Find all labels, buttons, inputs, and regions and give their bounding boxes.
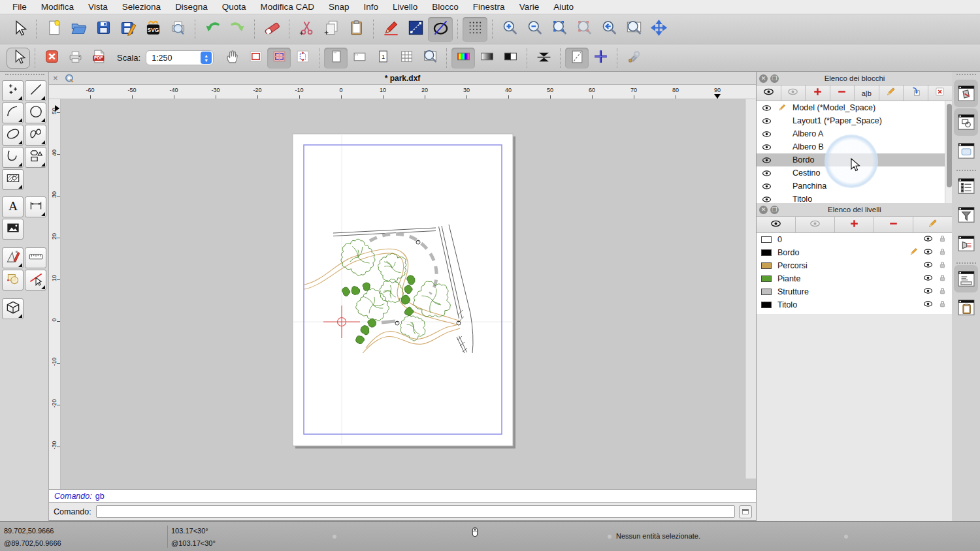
eye-icon[interactable]: [762, 195, 772, 204]
layers-eye-off-button[interactable]: [796, 217, 835, 232]
text-tool-button[interactable]: A: [2, 197, 24, 217]
zoom-previous-button[interactable]: [596, 17, 621, 42]
divide-tool-button[interactable]: [25, 270, 46, 291]
paper-frame-button[interactable]: [244, 48, 267, 69]
menu-varie[interactable]: Varie: [512, 0, 547, 14]
layers-plus-red-button[interactable]: [835, 217, 874, 232]
eye-icon[interactable]: [762, 116, 772, 126]
svg-format-button[interactable]: SVG: [140, 17, 165, 42]
bw-mode-button[interactable]: [498, 48, 522, 69]
page-landscape-button[interactable]: [348, 48, 371, 69]
dock-filter-panel-button[interactable]: [956, 204, 976, 226]
command-input[interactable]: [96, 505, 735, 518]
dock-drag-handle[interactable]: [956, 74, 976, 75]
page-border-button[interactable]: [565, 48, 589, 69]
blocks-eye-button[interactable]: [757, 86, 781, 101]
page-grid-button[interactable]: [395, 48, 418, 69]
layer-row-strutture[interactable]: Strutture: [757, 285, 953, 298]
menu-quota[interactable]: Quota: [215, 0, 253, 14]
line-tool-button[interactable]: [25, 80, 46, 101]
block-row-model-model-space-[interactable]: Model (*Model_Space): [757, 101, 945, 114]
close-drawing-button[interactable]: [40, 48, 63, 69]
ellipse-tool-button[interactable]: [2, 125, 24, 146]
menu-info[interactable]: Info: [357, 0, 386, 14]
layers-pencil-orange-button[interactable]: [913, 217, 953, 232]
menu-seleziona[interactable]: Seleziona: [115, 0, 168, 14]
eye-icon[interactable]: [762, 129, 772, 139]
scale-select[interactable]: 1:250▲▼: [146, 50, 214, 65]
menu-aiuto[interactable]: Aiuto: [546, 0, 581, 14]
menu-disegna[interactable]: Disegna: [168, 0, 215, 14]
lock-icon[interactable]: [938, 299, 947, 311]
block-row-cestino[interactable]: Cestino: [757, 166, 945, 180]
blocks-insert-block-button[interactable]: [904, 86, 928, 101]
vertical-scrollbar[interactable]: [745, 99, 756, 479]
dock-command-panel-button[interactable]: [956, 268, 976, 290]
blocks-minus-red-button[interactable]: [830, 86, 855, 101]
open-folder-button[interactable]: [66, 17, 91, 42]
polyline-tool-button[interactable]: [2, 147, 24, 168]
page-single-button[interactable]: 1: [371, 48, 395, 69]
copy-button[interactable]: [319, 17, 344, 42]
color-mode-button[interactable]: [451, 48, 475, 69]
layers-minus-red-button[interactable]: [874, 217, 913, 232]
compress-button[interactable]: [532, 48, 555, 69]
block-row-bordo[interactable]: Bordo: [757, 153, 945, 166]
dock-projector-panel-button[interactable]: [956, 232, 976, 255]
blocks-plus-red-button[interactable]: [806, 86, 830, 101]
layer-row-percorsi[interactable]: Percorsi: [757, 259, 953, 272]
blocks-ab-button[interactable]: a|b: [855, 86, 879, 101]
menu-snap[interactable]: Snap: [321, 0, 357, 14]
zoom-auto-button[interactable]: [547, 17, 572, 42]
points-tool-button[interactable]: [2, 80, 24, 101]
lock-icon[interactable]: [938, 286, 947, 298]
layer-row-bordo[interactable]: Bordo: [757, 246, 953, 259]
dock-list-panel-button[interactable]: [956, 175, 976, 197]
modify-tool-button[interactable]: [2, 270, 24, 291]
menu-modifica[interactable]: Modifica: [34, 0, 81, 14]
eye-icon[interactable]: [762, 103, 772, 113]
menu-vista[interactable]: Vista: [81, 0, 115, 14]
pan-button[interactable]: [646, 17, 671, 42]
auto-fill-button[interactable]: [267, 48, 291, 69]
arc-tool-button[interactable]: [2, 102, 24, 123]
new-file-button[interactable]: [41, 17, 66, 42]
cursor-tool-button[interactable]: [7, 17, 31, 42]
save-button[interactable]: [91, 17, 116, 42]
grid-toggle-button[interactable]: [463, 17, 487, 42]
circle-tool-button[interactable]: [25, 102, 46, 123]
page-zoom-button[interactable]: [418, 48, 442, 69]
block-row-titolo[interactable]: Titolo: [757, 193, 945, 203]
lock-icon[interactable]: [938, 273, 947, 285]
command-window-button[interactable]: [739, 505, 752, 518]
lock-icon[interactable]: [938, 260, 947, 272]
pencil-red-button[interactable]: [378, 17, 403, 42]
block-row-layout1-paper-space-[interactable]: Layout1 (*Paper_Space): [757, 114, 945, 127]
undo-button[interactable]: [200, 17, 225, 42]
menu-finestra[interactable]: Finestra: [466, 0, 512, 14]
palette-drag-handle[interactable]: [5, 74, 44, 75]
dock-shapes-panel-button[interactable]: [956, 111, 976, 133]
drawing-viewport[interactable]: [61, 99, 745, 479]
hand-pan-button[interactable]: [220, 48, 244, 69]
box3d-tool-button[interactable]: [2, 298, 24, 319]
save-as-button[interactable]: [116, 17, 140, 42]
zoom-out-button[interactable]: [522, 17, 547, 42]
cad-tools-tool-button[interactable]: [2, 247, 24, 268]
menu-file[interactable]: File: [5, 0, 34, 14]
dimension-tool-button[interactable]: [25, 197, 46, 217]
eye-icon[interactable]: [762, 142, 772, 152]
fit-arrows-button[interactable]: [291, 48, 314, 69]
blocks-eye-off-button[interactable]: [781, 86, 806, 101]
layer-row-titolo[interactable]: Titolo: [757, 298, 953, 311]
layer-row-0[interactable]: 0: [757, 233, 953, 246]
shapes-tool-button[interactable]: [25, 147, 46, 168]
menu-livello[interactable]: Livello: [385, 0, 425, 14]
eye-icon[interactable]: [923, 299, 933, 311]
pdf-export-button[interactable]: PDF: [87, 48, 110, 69]
measure-tool-button[interactable]: [25, 247, 46, 268]
cursor-tool-button[interactable]: [7, 48, 30, 69]
lock-icon[interactable]: [938, 234, 947, 245]
layers-eye-button[interactable]: [757, 217, 796, 232]
hatch-tool-button[interactable]: [2, 169, 24, 190]
